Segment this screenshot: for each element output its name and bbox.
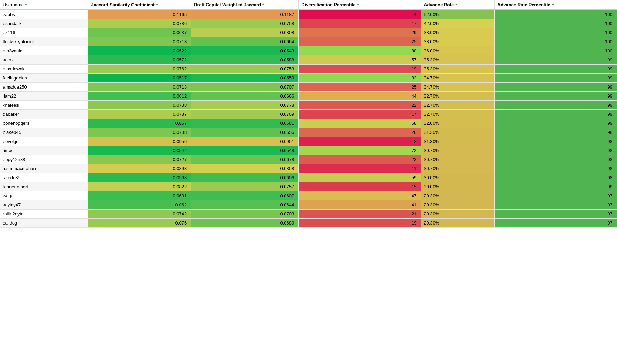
cell-username: bevelgd [0, 137, 88, 146]
cell-advance-rate-pct: 99 [494, 119, 617, 128]
cell-advance-rate-pct: 99 [494, 92, 617, 101]
cell-jaccard: 0.0893 [88, 164, 191, 173]
header-jaccard[interactable]: Jaccard Similarity Coefficient ≡ [88, 0, 191, 10]
cell-advance-rate-pct: 97 [494, 210, 617, 219]
cell-advance-rate-pct: 98 [494, 155, 617, 164]
table-row: dabaker 0.0787 0.0769 17 32.70% 99 [0, 110, 617, 119]
cell-draft-weighted: 0.0607 [191, 191, 299, 200]
table-row: rollin2nyte 0.0742 0.0703 21 29.30% 97 [0, 210, 617, 219]
cell-draft-weighted: 0.0680 [191, 219, 299, 228]
cell-username: tannertolbert [0, 182, 88, 191]
cell-advance-rate: 38.00% [421, 37, 495, 46]
cell-jaccard: 0.0572 [88, 55, 191, 65]
cell-advance-rate: 31.30% [421, 137, 495, 146]
cell-advance-rate: 38.00% [421, 28, 495, 37]
cell-div-pct: 57 [299, 55, 421, 65]
cell-advance-rate-pct: 100 [494, 19, 617, 28]
cell-draft-weighted: 0.0644 [191, 200, 299, 210]
header-advance-rate-pct[interactable]: Advance Rate Percentile ≡ [494, 0, 617, 10]
cell-username: flockskryptonight [0, 37, 88, 46]
cell-div-pct: 25 [299, 37, 421, 46]
cell-draft-weighted: 0.0550 [191, 74, 299, 83]
cell-advance-rate: 30.70% [421, 146, 495, 155]
cell-jaccard: 0.0568 [88, 173, 191, 182]
filter-icon-username[interactable]: ≡ [25, 3, 27, 7]
cell-jaccard: 0.0786 [88, 19, 191, 28]
cell-jaccard: 0.0787 [88, 110, 191, 119]
cell-jaccard: 0.057 [88, 119, 191, 128]
cell-advance-rate: 30.70% [421, 164, 495, 173]
cell-advance-rate: 31.30% [421, 128, 495, 137]
table-row: bonehoggers 0.057 0.0581 58 32.00% 99 [0, 119, 617, 128]
cell-username: eppy12588 [0, 155, 88, 164]
filter-icon-draft[interactable]: ≡ [262, 3, 264, 7]
table-row: justinmacmahan 0.0893 0.0858 11 30.70% 9… [0, 164, 617, 173]
cell-jaccard: 0.0687 [88, 28, 191, 37]
cell-div-pct: 19 [299, 65, 421, 74]
cell-advance-rate-pct: 99 [494, 74, 617, 83]
cell-advance-rate-pct: 98 [494, 137, 617, 146]
cell-div-pct: 47 [299, 191, 421, 200]
cell-div-pct: 72 [299, 146, 421, 155]
cell-advance-rate: 42.00% [421, 19, 495, 28]
cell-draft-weighted: 0.0606 [191, 173, 299, 182]
cell-advance-rate-pct: 99 [494, 110, 617, 119]
cell-advance-rate-pct: 99 [494, 101, 617, 110]
cell-draft-weighted: 0.0666 [191, 92, 299, 101]
cell-jaccard: 0.0822 [88, 182, 191, 191]
cell-username: amadda250 [0, 83, 88, 92]
cell-advance-rate-pct: 99 [494, 65, 617, 74]
cell-advance-rate-pct: 97 [494, 191, 617, 200]
cell-advance-rate: 32.70% [421, 110, 495, 119]
cell-username: calidog [0, 219, 88, 228]
cell-div-pct: 23 [299, 155, 421, 164]
header-username[interactable]: Username ≡ [0, 0, 88, 10]
cell-username: maxdownie [0, 65, 88, 74]
cell-advance-rate: 35.30% [421, 65, 495, 74]
cell-jaccard: 0.0742 [88, 210, 191, 219]
cell-div-pct: 59 [299, 173, 421, 182]
cell-jaccard: 0.0522 [88, 46, 191, 55]
cell-username: jimw [0, 146, 88, 155]
filter-icon-div[interactable]: ≡ [357, 3, 359, 7]
table-row: khaleesi 0.0733 0.0778 22 32.70% 99 [0, 101, 617, 110]
cell-advance-rate-pct: 97 [494, 219, 617, 228]
cell-div-pct: 8 [299, 137, 421, 146]
table-row: amadda250 0.0713 0.0707 25 34.70% 99 [0, 83, 617, 92]
cell-username: jaredd85 [0, 173, 88, 182]
cell-advance-rate-pct: 99 [494, 83, 617, 92]
table-row: bevelgd 0.0956 0.0951 8 31.30% 98 [0, 137, 617, 146]
cell-jaccard: 0.0601 [88, 191, 191, 200]
cell-draft-weighted: 0.0581 [191, 119, 299, 128]
cell-username: keylay47 [0, 200, 88, 210]
table-row: mp3yanks 0.0522 0.0543 80 36.00% 100 [0, 46, 617, 55]
cell-username: bonehoggers [0, 119, 88, 128]
cell-advance-rate-pct: 98 [494, 128, 617, 137]
cell-advance-rate: 29.30% [421, 210, 495, 219]
cell-draft-weighted: 0.0808 [191, 28, 299, 37]
cell-advance-rate: 52.00% [421, 10, 495, 19]
header-draft-weighted[interactable]: Draft Capital Weighted Jaccard ≡ [191, 0, 299, 10]
cell-advance-rate: 30.70% [421, 155, 495, 164]
cell-advance-rate: 36.00% [421, 46, 495, 55]
cell-username: liam22 [0, 92, 88, 101]
filter-icon-advance[interactable]: ≡ [455, 3, 457, 7]
table-row: flockskryptonight 0.0713 0.0664 25 38.00… [0, 37, 617, 46]
cell-advance-rate: 29.30% [421, 219, 495, 228]
cell-div-pct: 29 [299, 28, 421, 37]
table-row: calidog 0.076 0.0680 19 29.30% 97 [0, 219, 617, 228]
cell-draft-weighted: 0.0548 [191, 146, 299, 155]
header-advance-rate[interactable]: Advance Rate ≡ [421, 0, 495, 10]
cell-draft-weighted: 0.0758 [191, 19, 299, 28]
cell-username: bsandark [0, 19, 88, 28]
table-row: zabbs 0.1165 0.1187 4 52.00% 100 [0, 10, 617, 19]
cell-draft-weighted: 0.0707 [191, 83, 299, 92]
cell-div-pct: 15 [299, 182, 421, 191]
filter-icon-advance-pct[interactable]: ≡ [552, 3, 554, 7]
cell-advance-rate-pct: 98 [494, 173, 617, 182]
cell-div-pct: 17 [299, 19, 421, 28]
header-div-pct[interactable]: Diversification Percentile ≡ [299, 0, 421, 10]
cell-div-pct: 25 [299, 83, 421, 92]
cell-username: kotoz [0, 55, 88, 65]
filter-icon-jaccard[interactable]: ≡ [156, 3, 158, 7]
